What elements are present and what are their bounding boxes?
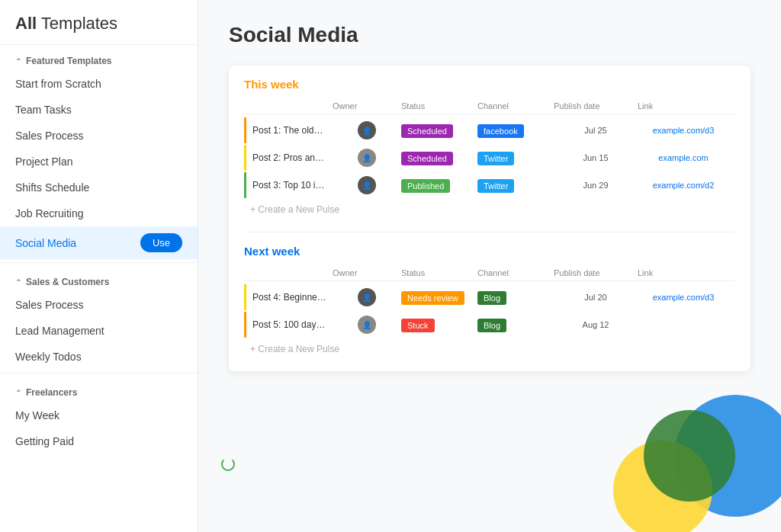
row-title: Post 5: 100 days of eating nothing but i… (252, 319, 333, 330)
status-badge: Scheduled (401, 124, 453, 138)
deco-circle-green (644, 410, 735, 502)
table-row: Post 1: The oldest ice cream maker alive… (244, 117, 735, 143)
link-cell: example.com (638, 153, 729, 162)
sidebar-item-getting-paid[interactable]: Getting Paid (0, 428, 198, 454)
date-cell: Aug 12 (554, 320, 638, 329)
next-week-section: Next week Owner Status Channel Publish d… (229, 232, 750, 371)
link-cell: example.com/d3 (638, 126, 729, 135)
status-badge: Stuck (401, 319, 435, 332)
this-week-title: This week (244, 78, 735, 91)
avatar: 👤 (358, 149, 376, 167)
loading-indicator (221, 457, 235, 471)
channel-badge: facebook (477, 124, 524, 138)
sidebar-item-sales-process-2[interactable]: Sales Process (0, 292, 198, 318)
date-cell: Jun 15 (554, 153, 638, 162)
status-badge: Scheduled (401, 152, 453, 165)
row-title: Post 2: Pros and cons of eating ice crea… (252, 152, 333, 163)
sidebar-item-lead-management[interactable]: Lead Management (0, 318, 198, 344)
channel-badge: Blog (477, 291, 506, 305)
avatar: 👤 (358, 316, 376, 334)
sidebar-item-project-plan[interactable]: Project Plan (0, 149, 198, 175)
sidebar-header-light: Templates (37, 14, 117, 33)
table-row: Post 2: Pros and cons of eating ice crea… (244, 145, 735, 171)
divider-1 (0, 262, 198, 263)
sidebar-item-sales-process-1[interactable]: Sales Process (0, 123, 198, 149)
deco-circle-yellow (613, 441, 712, 532)
chevron-icon: ⌃ (15, 57, 21, 66)
channel-badge: Twitter (477, 179, 514, 193)
channel-badge: Twitter (477, 152, 514, 165)
date-cell: Jul 20 (554, 293, 638, 302)
preview-card: This week Owner Status Channel Publish d… (229, 66, 750, 371)
section-sales: ⌃ Sales & Customers (0, 266, 198, 292)
sidebar-item-weekly-todos[interactable]: Weekly Todos (0, 344, 198, 370)
avatar: 👤 (358, 176, 376, 194)
channel-badge: Blog (477, 319, 506, 332)
sidebar-item-start-from-scratch[interactable]: Start from Scratch (0, 71, 198, 97)
sidebar-item-job-recruiting[interactable]: Job Recruiting (0, 200, 198, 226)
this-week-header: Owner Status Channel Publish date Link (244, 98, 735, 114)
row-title: Post 4: Beginner's guide to homemade ice… (252, 292, 333, 303)
chevron-icon-2: ⌃ (15, 278, 21, 287)
create-pulse-1[interactable]: + Create a New Pulse (244, 200, 735, 220)
next-week-header: Owner Status Channel Publish date Link (244, 265, 735, 281)
status-badge: Needs review (401, 291, 464, 305)
date-cell: Jun 29 (554, 181, 638, 190)
sidebar-header-bold: All (15, 14, 37, 33)
next-week-title: Next week (244, 245, 735, 258)
date-cell: Jul 25 (554, 126, 638, 135)
divider-2 (0, 373, 198, 373)
decorative-circles (628, 380, 781, 532)
deco-circle-blue (674, 395, 781, 517)
table-row: Post 4: Beginner's guide to homemade ice… (244, 284, 735, 310)
create-pulse-2[interactable]: + Create a New Pulse (244, 339, 735, 359)
this-week-section: This week Owner Status Channel Publish d… (229, 66, 750, 232)
sidebar-item-my-week[interactable]: My Week (0, 402, 198, 428)
sidebar-item-team-tasks[interactable]: Team Tasks (0, 97, 198, 123)
sidebar: All Templates ⌃ Featured Templates Start… (0, 0, 198, 532)
use-button[interactable]: Use (140, 233, 182, 252)
avatar: 👤 (358, 288, 376, 306)
row-title: Post 3: Top 10 ice cream spots in town (252, 180, 333, 191)
avatar: 👤 (358, 121, 376, 139)
row-title: Post 1: The oldest ice cream maker alive… (252, 125, 333, 136)
status-badge: Published (401, 179, 450, 193)
page-title: Social Media (229, 23, 750, 47)
link-cell: example.com/d2 (638, 181, 729, 190)
table-row: Post 3: Top 10 ice cream spots in town 👤… (244, 172, 735, 198)
sidebar-item-shifts-schedule[interactable]: Shifts Schedule (0, 175, 198, 200)
chevron-icon-3: ⌃ (15, 389, 21, 397)
table-row: Post 5: 100 days of eating nothing but i… (244, 312, 735, 338)
link-cell: example.com/d3 (638, 293, 729, 302)
section-freelancers: ⌃ Freelancers (0, 377, 198, 402)
main-content: Social Media This week Owner Status Chan… (198, 0, 781, 532)
sidebar-item-social-media[interactable]: Social Media Use (0, 226, 198, 259)
section-featured: ⌃ Featured Templates (0, 45, 198, 71)
sidebar-header: All Templates (0, 0, 198, 45)
